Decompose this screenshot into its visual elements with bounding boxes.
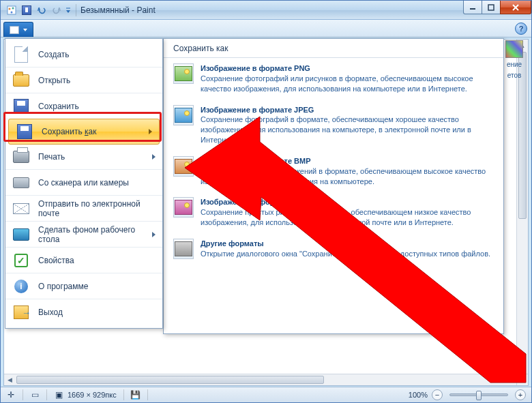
submenu-item-desc: Сохранение любых изображений в формате, … xyxy=(201,166,494,187)
file-menu: Создать Открыть Сохранить Сохранить как … xyxy=(5,38,163,329)
submenu-text: Изображение в формате GIFСохранение прос… xyxy=(201,197,494,228)
svg-marker-5 xyxy=(66,10,70,13)
properties-icon xyxy=(12,252,30,269)
qat-undo-icon[interactable] xyxy=(35,3,48,17)
submenu-item-other[interactable]: Другие форматыОткрытие диалогового окна … xyxy=(164,233,503,265)
horizontal-scroll-thumb[interactable] xyxy=(16,376,324,384)
menu-item-print[interactable]: Печать xyxy=(5,144,162,170)
submenu-arrow-icon xyxy=(152,154,156,160)
menu-label: О программе xyxy=(38,282,88,291)
menu-label: Свойства xyxy=(38,256,74,265)
titlebar: Безымянный - Paint xyxy=(1,1,531,20)
qat-save-icon[interactable] xyxy=(20,3,33,17)
png-icon xyxy=(173,63,194,84)
submenu-item-desc: Сохранение фотографий в формате, обеспеч… xyxy=(201,115,494,145)
menu-item-wallpaper[interactable]: Сделать фоном рабочего стола xyxy=(5,222,162,248)
ribbon-colors-group: ение етов xyxy=(501,40,528,88)
menu-label: Сделать фоном рабочего стола xyxy=(38,225,144,244)
scanner-icon xyxy=(12,174,30,192)
cursor-position-icon: ✛ xyxy=(6,390,16,400)
menu-item-about[interactable]: iО программе xyxy=(5,273,162,299)
other-format-icon xyxy=(173,239,194,259)
vertical-scrollbar[interactable]: ▲ ▼ xyxy=(516,40,528,374)
menu-label: Создать xyxy=(38,50,70,59)
status-bar: ✛ ▭ ▣ 1669 × 929пкс 💾 100% − + xyxy=(1,387,531,402)
menu-item-new[interactable]: Создать xyxy=(5,42,162,68)
scroll-left-icon[interactable]: ◀ xyxy=(4,374,16,385)
svg-point-2 xyxy=(12,7,14,9)
gif-icon xyxy=(173,197,194,218)
qat-customize-icon[interactable] xyxy=(65,3,72,17)
window-controls xyxy=(463,1,531,14)
canvas-size-icon: ▣ xyxy=(54,390,63,400)
menu-item-save[interactable]: Сохранить xyxy=(5,93,162,119)
zoom-in-button[interactable]: + xyxy=(515,389,526,400)
scroll-right-icon[interactable]: ▶ xyxy=(505,374,516,385)
menu-label: Выход xyxy=(38,308,63,317)
submenu-item-title: Изображение в формате JPEG xyxy=(201,105,494,115)
submenu-item-bmp[interactable]: Изображение в формате BMPСохранение любы… xyxy=(164,151,503,192)
save-as-icon xyxy=(16,123,33,140)
help-button[interactable]: ? xyxy=(515,23,527,35)
paint-window: Безымянный - Paint ? ▲ ▼ ◀ ▶ ение е xyxy=(0,0,532,403)
scroll-corner xyxy=(516,374,528,385)
save-icon xyxy=(12,98,30,115)
new-icon xyxy=(12,46,30,63)
submenu-arrow-icon xyxy=(149,129,152,134)
submenu-item-title: Изображение в формате BMP xyxy=(201,156,494,166)
info-icon: i xyxy=(12,278,30,295)
submenu-item-title: Другие форматы xyxy=(201,239,490,249)
submenu-item-jpeg[interactable]: Изображение в формате JPEGСохранение фот… xyxy=(164,100,503,151)
file-tab[interactable] xyxy=(3,22,33,37)
submenu-text: Изображение в формате JPEGСохранение фот… xyxy=(201,105,494,145)
window-title: Безымянный - Paint xyxy=(80,5,156,15)
menu-label: Печать xyxy=(38,152,65,162)
submenu-arrow-icon xyxy=(152,232,156,237)
menu-item-properties[interactable]: Свойства xyxy=(5,248,162,273)
menu-label: Сохранить xyxy=(38,102,79,111)
submenu-item-desc: Открытие диалогового окна "Сохранить как… xyxy=(201,249,490,259)
menu-label: Открыть xyxy=(38,76,70,85)
scroll-down-icon[interactable]: ▼ xyxy=(517,362,528,374)
submenu-item-desc: Сохранение фотографий или рисунков в фор… xyxy=(201,74,494,94)
menu-item-save-as[interactable]: Сохранить как xyxy=(8,119,160,145)
zoom-slider-knob[interactable] xyxy=(476,391,482,400)
submenu-item-desc: Сохранение простых рисунков в формате, о… xyxy=(201,207,494,228)
ribbon: ? xyxy=(1,20,531,38)
qat-redo-icon[interactable] xyxy=(50,3,63,17)
status-sep xyxy=(123,389,124,400)
selection-size-icon: ▭ xyxy=(30,390,40,400)
menu-item-email[interactable]: Отправить по электронной почте xyxy=(5,196,162,222)
submenu-item-gif[interactable]: Изображение в формате GIFСохранение прос… xyxy=(164,192,503,233)
submenu-text: Изображение в формате PNGСохранение фото… xyxy=(201,63,494,94)
close-button[interactable] xyxy=(500,1,531,14)
ribbon-label-2: етов xyxy=(507,72,522,80)
submenu-item-png[interactable]: Изображение в формате PNGСохранение фото… xyxy=(164,58,503,100)
exit-icon xyxy=(12,303,30,321)
menu-item-scanner[interactable]: Со сканера или камеры xyxy=(5,170,162,196)
titlebar-separator xyxy=(76,4,76,16)
file-tab-icon xyxy=(10,26,19,34)
status-sep xyxy=(23,389,23,400)
paint-app-icon xyxy=(5,3,18,17)
submenu-text: Изображение в формате BMPСохранение любы… xyxy=(201,156,494,187)
print-icon xyxy=(12,148,30,166)
quick-access-toolbar xyxy=(5,1,72,19)
mail-icon xyxy=(12,200,30,218)
svg-point-1 xyxy=(9,8,11,10)
menu-label: Сохранить как xyxy=(42,127,96,136)
desktop-icon xyxy=(12,226,30,243)
zoom-slider[interactable] xyxy=(449,393,508,396)
save-as-submenu: Сохранить как Изображение в формате PNGС… xyxy=(163,38,504,334)
svg-point-3 xyxy=(11,11,13,13)
minimize-button[interactable] xyxy=(463,1,482,14)
menu-item-open[interactable]: Открыть xyxy=(5,68,162,93)
jpeg-icon xyxy=(173,105,194,125)
edit-colors-icon[interactable] xyxy=(505,40,523,58)
bmp-icon xyxy=(173,156,194,177)
horizontal-scrollbar[interactable]: ◀ ▶ xyxy=(4,374,516,385)
maximize-button[interactable] xyxy=(482,1,501,14)
file-size-icon: 💾 xyxy=(131,390,141,400)
zoom-out-button[interactable]: − xyxy=(432,389,443,400)
menu-item-exit[interactable]: Выход xyxy=(5,299,162,325)
